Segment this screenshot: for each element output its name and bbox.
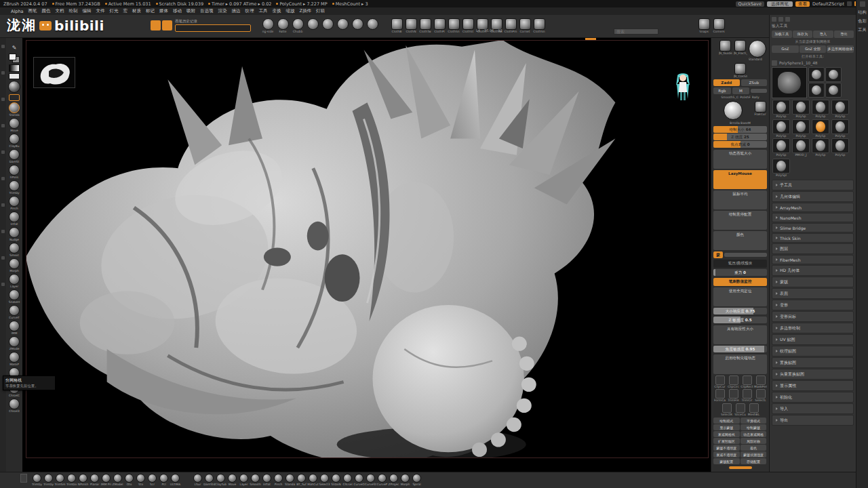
cloth-brush-thumb[interactable]: Cornet (518, 18, 532, 34)
subtool-thumb[interactable]: PolySp (831, 138, 850, 157)
bottom-brush-thumb[interactable]: TrimDy (31, 474, 43, 486)
shelf-brush-item[interactable]: Move (7, 118, 22, 132)
stroke-alpha-sphere-icon[interactable] (724, 101, 743, 120)
titlebar-icon[interactable] (847, 1, 852, 6)
bottom-brush-thumb[interactable]: Scr (146, 474, 158, 486)
clip-brush-thumb[interactable]: MaskPen (754, 375, 767, 389)
bottom-brush-thumb[interactable]: LSur (192, 474, 203, 486)
recent-tool-thumb[interactable] (808, 83, 825, 98)
current-tool-thumbnail[interactable] (772, 67, 807, 98)
clip-brush-thumb[interactable]: ClipCur (713, 375, 726, 389)
tool-section-bar[interactable]: UV 贴图 (772, 334, 854, 345)
shelf-slider[interactable]: 角度敏感度 0.95 (713, 346, 767, 352)
subtool-thumb[interactable]: PolySp (811, 100, 830, 119)
tool-section-bar[interactable]: 置换贴图 (772, 357, 854, 368)
bottom-brush-thumb[interactable]: ClayTub (215, 474, 226, 486)
menu-item[interactable]: 媒体 (159, 8, 168, 14)
document-icon[interactable] (20, 474, 27, 483)
shelf-brush-item[interactable]: TrimDy (7, 180, 22, 195)
preset-section-header[interactable]: 笔压/曲线预设 (713, 260, 767, 268)
goz-button[interactable]: GoZ (772, 45, 799, 53)
divider-handle-icon[interactable] (1, 124, 5, 127)
tool-section-bar[interactable]: 矢量置换贴图 (772, 369, 854, 380)
bottom-brush-thumb[interactable]: Planar (89, 474, 100, 486)
bottom-brush-thumb[interactable]: Select3 (319, 474, 330, 486)
bottom-brush-thumb[interactable]: ZProjec (388, 474, 399, 486)
menu-item[interactable]: 工具 (258, 8, 267, 14)
menu-item[interactable]: 材质 (132, 8, 141, 14)
subtool-thumb[interactable]: PolySp (772, 119, 791, 138)
shelf-brush-item[interactable]: Layer (7, 274, 22, 288)
bottom-brush-thumb[interactable]: TrimDy (43, 474, 54, 486)
palette-dock-icon[interactable] (785, 17, 790, 22)
mask-option-button[interactable]: 绘制模式 (713, 418, 740, 424)
mask-option-button[interactable]: 衰减网格线 (713, 431, 740, 437)
bottom-brush-thumb[interactable]: Move (226, 474, 238, 486)
bottom-brush-thumb[interactable]: ChLsel (342, 474, 353, 486)
toolbar-brush-thumb[interactable] (306, 18, 319, 34)
mask-option-button[interactable]: 蒙版配置 (713, 458, 740, 464)
subtool-thumb[interactable]: PolySp (791, 100, 810, 119)
divider-handle-icon[interactable] (1, 177, 5, 180)
shelf-brush-item[interactable]: CurveT (7, 305, 22, 319)
tray-toggle-icon[interactable] (860, 1, 865, 7)
bottom-brush-thumb[interactable]: ULTIMA (170, 474, 181, 486)
tool-section-bar[interactable]: 变形 (772, 300, 854, 310)
history-toggle-b[interactable] (162, 20, 172, 30)
bottom-brush-thumb[interactable]: Inflat (261, 474, 273, 486)
edge-tab[interactable]: 结构 (858, 8, 866, 17)
cloth-brush-thumb[interactable]: ClothN (404, 18, 418, 34)
shelf-slider[interactable]: Z 敏感度 0.5 (713, 317, 767, 323)
toolbar-right-thumb[interactable]: Comers (712, 18, 726, 34)
clip-brush-thumb[interactable]: FormCa (713, 389, 726, 403)
menu-item[interactable]: 画笔 (28, 8, 37, 14)
menu-item[interactable]: Alpha (11, 9, 23, 14)
cloth-brush-thumb[interactable]: ClothPm (504, 18, 517, 34)
zsub-button[interactable]: ZSub (741, 79, 768, 86)
material-sphere-icon[interactable] (8, 81, 20, 93)
palette-pin-icon[interactable] (778, 17, 783, 22)
toolbar-brush-thumb[interactable] (336, 18, 349, 34)
quick-slot[interactable] (9, 94, 20, 101)
view-button[interactable]: 查看 (795, 1, 810, 7)
tool-section-bar[interactable]: NanoMesh (772, 213, 854, 222)
tool-section-bar[interactable]: 多边形绘制 (772, 323, 854, 333)
tool-section-bar[interactable]: HD 几何体 (772, 265, 854, 276)
shelf-brush-item[interactable]: ClayBu (7, 134, 22, 148)
bottom-brush-thumb[interactable]: TrimDo (66, 474, 77, 486)
brush-preset-thumb[interactable]: JN_Flach_7/8 (734, 40, 747, 56)
edge-tab[interactable]: 工具 (858, 26, 866, 35)
shelf-brush-item[interactable]: DamSt (7, 149, 22, 163)
divider-handle-icon[interactable] (1, 203, 5, 207)
menu-item[interactable]: 渲染 (218, 8, 226, 14)
mask-option-button[interactable]: 显示蒙版 (713, 424, 740, 430)
mask-option-button[interactable]: 着色 (741, 445, 767, 451)
menu-item[interactable]: 文件 (96, 8, 104, 14)
bottom-brush-thumb[interactable]: TrimSm (54, 474, 66, 486)
gradient-swatch[interactable] (9, 64, 20, 72)
bottom-brush-thumb[interactable]: Standa (284, 474, 296, 486)
brush-history-slot[interactable] (175, 24, 251, 32)
clip-brush-thumb[interactable]: TrimCir (741, 389, 753, 403)
bottom-brush-thumb[interactable]: Smooth (250, 474, 261, 486)
color-button[interactable]: 颜色 (713, 231, 767, 250)
tool-section-bar[interactable]: 蒙版 (772, 277, 854, 287)
menu-item[interactable]: 绘制 (68, 8, 77, 14)
subtool-thumb[interactable]: PolySp (831, 119, 850, 138)
shelf-slider[interactable]: 绘制大小 64 (713, 126, 767, 133)
dynamic-brush-size-button[interactable]: 动态画笔大小 (713, 150, 767, 169)
subtool-thumb[interactable]: PolySp (772, 100, 791, 119)
tool-file-button[interactable]: 导入 (813, 30, 833, 38)
tool-section-bar[interactable]: 导入 (772, 403, 854, 414)
toolbar-brush-thumb[interactable] (321, 18, 334, 34)
tool-section-bar[interactable]: 几何体编辑 (772, 191, 854, 202)
shelf-brush-item[interactable]: Morph (7, 258, 22, 272)
divider-handle-icon[interactable] (1, 283, 5, 286)
hover-config-button[interactable]: 绘制悬停配置 (713, 211, 767, 230)
shelf-slider[interactable]: 大小响应度 0.75 (713, 308, 767, 314)
menu-item[interactable]: 吸附 (186, 8, 195, 14)
shelf-brush-item[interactable]: SnakeH (7, 289, 22, 304)
bottom-brush-thumb[interactable]: Sto (135, 474, 146, 486)
alpha-picker[interactable]: FlakCur (753, 101, 767, 117)
bottom-brush-thumb[interactable]: CurveO (353, 474, 365, 486)
